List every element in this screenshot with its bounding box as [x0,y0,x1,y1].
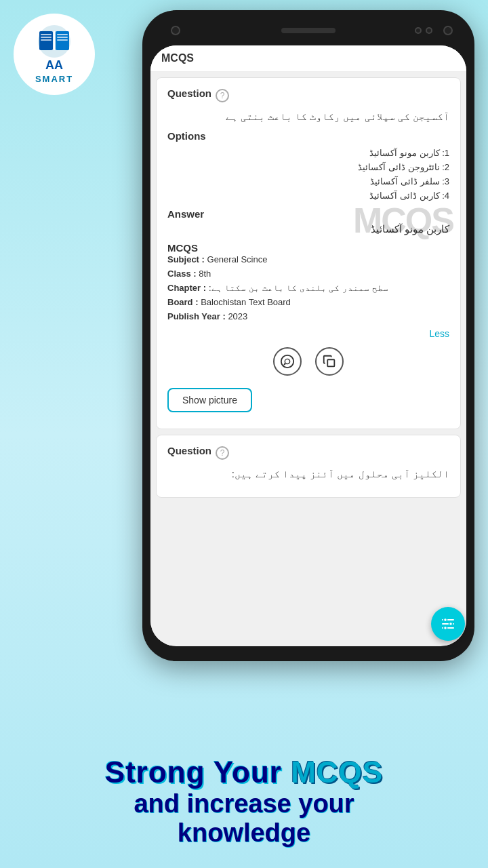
svg-point-10 [281,355,293,368]
svg-rect-4 [41,34,52,35]
tagline-line1: Strong Your MCQS [20,755,468,789]
meta-class: Class : 8th [167,269,449,279]
question2-help-icon[interactable]: ? [216,446,229,460]
svg-rect-5 [41,37,52,38]
svg-point-15 [444,618,447,622]
logo-aa: AA [45,58,63,73]
phone-frame: MCQS Question ? آکسیجن کی سپلائی میں رکا… [142,10,474,661]
option-1: 1: کاربن مونو آکسائیڈ [167,146,449,160]
less-link[interactable]: Less [167,326,449,342]
option-4: 4: کاربن ڈائی آکسائیڈ [167,189,449,203]
phone-top-bar [150,18,466,43]
app-header: MCQS [150,45,466,72]
whatsapp-button[interactable] [273,347,302,376]
mcq-card-2: Question ? الکلیز آبی محلول میں آئنز پید… [156,435,461,498]
logo-smart-text: SMART [35,74,73,84]
question2-row: Question ? [167,445,449,460]
app-header-title: MCQS [161,52,194,64]
svg-rect-6 [41,39,52,41]
answer-urdu: کاربن مونو آکسائیڈ [167,223,449,235]
show-picture-button[interactable]: Show picture [167,388,252,412]
phone-screen: MCQS Question ? آکسیجن کی سپلائی میں رکا… [150,45,466,646]
option-3: 3: سلفر ڈائی آکسائیڈ [167,174,449,189]
svg-rect-8 [57,37,68,38]
question2-label: Question [167,445,211,456]
bottom-tagline: Strong Your MCQS and increase your knowl… [0,755,488,848]
question-label: Question [167,87,211,99]
scroll-content[interactable]: Question ? آکسیجن کی سپلائی میں رکاوٹ کا… [150,72,466,646]
svg-rect-11 [327,359,334,366]
phone-dot-1 [415,27,422,34]
phone-camera-left [171,26,180,35]
question-urdu-text: آکسیجن کی سپلائی میں رکاوٹ کا باعث بنتی … [167,108,449,125]
mcqs-section-label: MCQS [167,242,198,254]
option-2: 2: نائٹروجن ڈائی آکسائیڈ [167,160,449,174]
svg-point-17 [444,627,447,630]
logo: AA SMART [14,14,95,95]
help-icon[interactable]: ? [216,89,229,102]
meta-board: Board : Balochistan Text Board [167,297,449,307]
chapter-urdu: سطح سمندر کی بلندی کا باعث بن سکتا ہے: [209,283,388,293]
meta-subject: Subject : General Scince [167,254,449,264]
answer-label: Answer [167,208,204,220]
meta-year: Publish Year : 2023 [167,311,449,321]
question-row: Question ? [167,87,449,103]
phone-dot-2 [426,27,432,34]
phone-speaker [281,28,336,33]
svg-rect-7 [57,34,68,35]
action-row [167,342,449,381]
tagline-line3: knowledge [20,818,468,848]
mcq-card-1: Question ? آکسیجن کی سپلائی میں رکاوٹ کا… [156,77,461,429]
meta-chapter: Chapter : سطح سمندر کی بلندی کا باعث بن … [167,283,449,293]
copy-button[interactable] [315,347,344,376]
filter-fab[interactable] [431,607,465,641]
options-label: Options [167,130,449,142]
tagline-line2: and increase your [20,789,468,818]
question2-urdu-text: الکلیز آبی محلول میں آئنز پیدا کرتے ہیں: [167,466,449,482]
phone-dots [415,27,432,34]
svg-point-16 [449,623,453,626]
phone-camera-right [443,26,453,35]
options-list: 1: کاربن مونو آکسائیڈ 2: نائٹروجن ڈائی آ… [167,146,449,203]
svg-rect-9 [57,39,68,41]
